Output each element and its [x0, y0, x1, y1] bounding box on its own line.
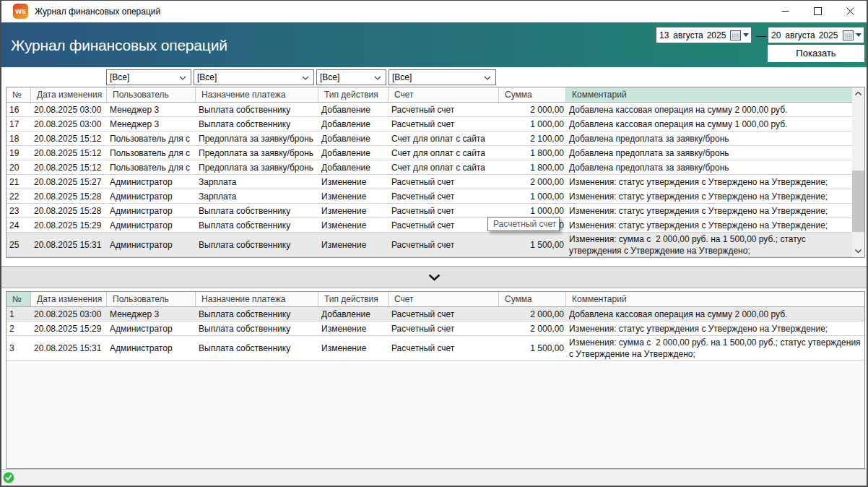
chevron-down-icon — [484, 72, 491, 82]
cell-purpose: Предоплата за заявку/бронь — [196, 146, 318, 160]
column-header-comment[interactable]: Комментарий — [566, 292, 864, 306]
date-from-picker[interactable]: 13 августа 2025 — [656, 27, 752, 43]
cell-sum: 1 800,00 — [499, 146, 566, 160]
cell-date: 20.08.2025 03:00 — [31, 103, 107, 116]
cell-action: Добавление — [318, 160, 389, 174]
main-table: № Дата изменения Пользователь Назначение… — [6, 87, 865, 258]
cell-action: Изменение — [318, 204, 389, 217]
table-row[interactable]: 24 20.08.2025 15:29 Администратор Выплат… — [6, 218, 852, 233]
tooltip: Расчетный счет — [487, 217, 560, 231]
cell-user: Пользователь для с — [107, 132, 196, 145]
close-button[interactable] — [834, 1, 867, 22]
table-row[interactable]: 23 20.08.2025 15:28 Администратор Выплат… — [6, 204, 852, 218]
maximize-button[interactable] — [802, 1, 834, 22]
column-header-num[interactable]: № — [6, 87, 31, 102]
cell-comment: Изменения: статус утверждения с Утвержде… — [566, 189, 853, 203]
scroll-up-icon[interactable] — [852, 87, 864, 100]
cell-action: Изменение — [318, 233, 389, 257]
cell-user: Администратор — [107, 336, 196, 360]
cell-num: 17 — [6, 117, 31, 131]
table-row[interactable]: 17 20.08.2025 03:00 Менеджер 3 Выплата с… — [6, 117, 852, 132]
chevron-down-icon — [302, 72, 309, 82]
date-range-separator: — — [755, 27, 767, 43]
column-header-user[interactable]: Пользователь — [107, 87, 196, 102]
cell-purpose: Выплата собственнику — [196, 218, 318, 232]
cell-date: 20.08.2025 15:28 — [31, 204, 107, 217]
vertical-scrollbar[interactable] — [852, 87, 864, 257]
table-row[interactable]: 22 20.08.2025 15:28 Администратор Зарпла… — [6, 189, 852, 204]
filter-purpose-combobox[interactable]: [Все] — [194, 69, 314, 85]
column-header-sum[interactable]: Сумма — [499, 292, 566, 306]
column-header-date[interactable]: Дата изменения — [31, 87, 107, 102]
column-header-comment[interactable]: Комментарий — [566, 87, 853, 102]
filter-account-combobox[interactable]: [Все] — [389, 69, 496, 85]
cell-action: Добавление — [318, 117, 389, 131]
filter-action-value: [Все] — [320, 72, 339, 82]
cell-purpose: Зарплата — [196, 189, 318, 203]
cell-comment: Изменения: статус утверждения с Утвержде… — [566, 218, 853, 232]
cell-date: 20.08.2025 15:12 — [31, 132, 107, 145]
date-to-picker[interactable]: 20 августа 2025 — [768, 27, 864, 43]
calendar-icon — [843, 30, 854, 40]
show-button[interactable]: Показать — [768, 45, 864, 62]
cell-action: Добавление — [318, 307, 389, 321]
main-table-header: № Дата изменения Пользователь Назначение… — [6, 87, 864, 103]
filter-user-combobox[interactable]: [Все] — [106, 69, 191, 85]
column-header-account[interactable]: Счет — [389, 292, 499, 306]
cell-account: Расчетный счет — [389, 336, 499, 360]
column-header-action[interactable]: Тип действия — [318, 87, 389, 102]
table-row[interactable]: 20 20.08.2025 15:12 Пользователь для с П… — [6, 160, 852, 175]
history-table-header: № Дата изменения Пользователь Назначение… — [6, 292, 864, 307]
table-row[interactable]: 18 20.08.2025 15:12 Пользователь для с П… — [6, 132, 852, 146]
cell-num: 20 — [6, 160, 31, 174]
column-header-purpose[interactable]: Назначение платежа — [196, 292, 318, 306]
date-to-year: 2025 — [819, 30, 838, 40]
date-to-month: августа — [785, 30, 815, 40]
table-row[interactable]: 2 20.08.2025 15:29 Администратор Выплата… — [6, 322, 864, 336]
cell-purpose: Выплата собственнику — [196, 322, 318, 335]
app-icon: ws — [13, 4, 28, 19]
scrollbar-thumb[interactable] — [852, 171, 864, 232]
cell-user: Администратор — [107, 233, 196, 257]
cell-purpose: Выплата собственнику — [196, 103, 318, 116]
table-row[interactable]: 3 20.08.2025 15:31 Администратор Выплата… — [6, 336, 864, 361]
cell-comment: Изменения: сумма с 2 000,00 руб. на 1 50… — [566, 336, 864, 360]
cell-sum: 2 000,00 — [499, 103, 566, 116]
filter-action-combobox[interactable]: [Все] — [316, 69, 386, 85]
cell-account: Расчетный счет — [389, 103, 499, 116]
table-row[interactable]: 19 20.08.2025 15:12 Пользователь для с П… — [6, 146, 852, 160]
cell-account: Счет для оплат с сайта — [389, 132, 499, 145]
cell-user: Администратор — [107, 218, 196, 232]
column-header-sum[interactable]: Сумма — [499, 87, 566, 102]
date-from-month: августа — [673, 30, 703, 40]
cell-sum: 2 000,00 — [499, 307, 566, 321]
table-row[interactable]: 21 20.08.2025 15:27 Администратор Зарпла… — [6, 175, 852, 189]
column-header-account[interactable]: Счет — [389, 87, 499, 102]
filter-account-value: [Все] — [392, 72, 412, 82]
chevron-down-icon — [179, 72, 186, 82]
cell-comment: Изменения: статус утверждения с Утвержде… — [566, 204, 853, 217]
column-header-num[interactable]: № — [6, 292, 31, 306]
collapse-history-button[interactable] — [1, 266, 867, 288]
cell-date: 20.08.2025 03:00 — [31, 117, 107, 131]
table-row[interactable]: 16 20.08.2025 03:00 Менеджер 3 Выплата с… — [6, 103, 852, 117]
column-header-user[interactable]: Пользователь — [107, 292, 196, 306]
cell-num: 1 — [6, 307, 31, 321]
chevron-down-icon — [428, 274, 440, 281]
column-header-action[interactable]: Тип действия — [318, 292, 389, 306]
table-row[interactable]: 1 20.08.2025 03:00 Менеджер 3 Выплата со… — [6, 307, 864, 322]
table-row[interactable]: 25 20.08.2025 15:31 Администратор Выплат… — [6, 233, 852, 257]
minimize-button[interactable] — [769, 1, 802, 22]
column-header-purpose[interactable]: Назначение платежа — [196, 87, 318, 102]
cell-user: Администратор — [107, 204, 196, 217]
cell-comment: Добавлена кассовая операция на сумму 2 0… — [566, 103, 853, 116]
cell-comment: Добавлена предоплата за заявку/бронь — [566, 132, 853, 145]
cell-date: 20.08.2025 15:31 — [31, 233, 107, 257]
cell-num: 24 — [6, 218, 31, 232]
cell-account: Расчетный счет — [389, 218, 499, 232]
scroll-down-icon[interactable] — [852, 245, 864, 257]
cell-num: 3 — [6, 336, 31, 360]
column-header-date[interactable]: Дата изменения — [31, 292, 107, 306]
cell-purpose: Предоплата за заявку/бронь — [196, 132, 318, 145]
cell-account: Расчетный счет — [389, 233, 499, 257]
